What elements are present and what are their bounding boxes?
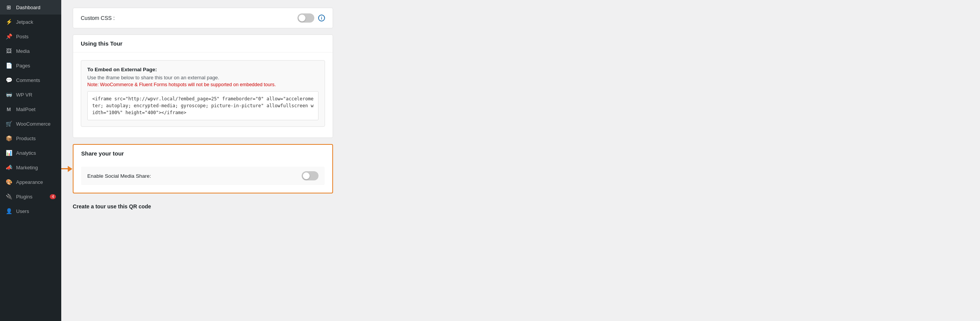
sidebar-item-pages[interactable]: 📄 Pages [0, 58, 61, 73]
sidebar-item-label: MailPoet [16, 106, 36, 112]
sidebar-item-label: Pages [16, 63, 30, 69]
analytics-icon: 📊 [5, 149, 12, 156]
share-tour-body: Enable Social Media Share: [74, 162, 332, 193]
sidebar-item-label: Dashboard [16, 5, 41, 10]
sidebar-item-label: Products [16, 136, 36, 141]
sidebar-item-posts[interactable]: 📌 Posts [0, 29, 61, 44]
dashboard-icon: ⊞ [5, 4, 12, 11]
social-media-label: Enable Social Media Share: [87, 173, 151, 179]
custom-css-info-icon[interactable]: i [318, 15, 325, 21]
appearance-icon: 🎨 [5, 179, 12, 185]
mailpoet-icon: M [5, 106, 12, 113]
share-tour-card: Share your tour Enable Social Media Shar… [73, 144, 333, 193]
embed-code[interactable]: <iframe src="http://wpvr.local/?embed_pa… [87, 91, 318, 120]
sidebar-item-label: Appearance [16, 179, 43, 185]
sidebar-item-analytics[interactable]: 📊 Analytics [0, 146, 61, 160]
sidebar-item-comments[interactable]: 💬 Comments [0, 73, 61, 87]
woocommerce-icon: 🛒 [5, 120, 12, 127]
sidebar-item-marketing[interactable]: 📣 Marketing [0, 160, 61, 175]
sidebar-item-woocommerce[interactable]: 🛒 WooCommerce [0, 116, 61, 131]
using-tour-title: Using this Tour [73, 35, 333, 52]
sidebar-item-plugins[interactable]: 🔌 Plugins 4 [0, 189, 61, 204]
comments-icon: 💬 [5, 77, 12, 84]
embed-warning: Note: WooCommerce & Fluent Forms hotspot… [87, 82, 318, 87]
products-icon: 📦 [5, 135, 12, 142]
sidebar-item-label: WP VR [16, 92, 32, 98]
sidebar-item-label: Analytics [16, 150, 36, 156]
sidebar-item-label: Media [16, 48, 29, 54]
social-media-toggle[interactable] [302, 171, 318, 180]
sidebar-item-appearance[interactable]: 🎨 Appearance [0, 175, 61, 189]
using-tour-body: To Embed on External Page: Use the ifram… [73, 52, 333, 138]
plugins-badge: 4 [50, 194, 56, 199]
sidebar: ⊞ Dashboard ⚡ Jetpack 📌 Posts 🖼 Media 📄 … [0, 0, 61, 321]
custom-css-row: Custom CSS : i [73, 8, 333, 28]
embed-title: To Embed on External Page: [87, 67, 318, 72]
sidebar-item-label: Posts [16, 34, 29, 39]
main-content: Custom CSS : i Using this Tour To Embed … [61, 0, 980, 321]
sidebar-item-media[interactable]: 🖼 Media [0, 44, 61, 58]
embed-box: To Embed on External Page: Use the ifram… [81, 60, 325, 127]
sidebar-item-label: Comments [16, 77, 40, 83]
sidebar-item-label: Marketing [16, 165, 38, 170]
arrow-head [68, 166, 72, 172]
sidebar-item-label: Plugins [16, 194, 33, 200]
custom-css-label: Custom CSS : [81, 15, 115, 21]
qr-code-title: Create a tour use this QR code [73, 200, 333, 211]
custom-css-controls: i [297, 13, 325, 23]
sidebar-item-mailpoet[interactable]: M MailPoet [0, 102, 61, 116]
sidebar-item-jetpack[interactable]: ⚡ Jetpack [0, 15, 61, 29]
highlight-arrow [61, 166, 72, 172]
plugins-icon: 🔌 [5, 193, 12, 200]
wpvr-icon: 🥽 [5, 91, 12, 98]
sidebar-item-wpvr[interactable]: 🥽 WP VR [0, 87, 61, 102]
arrow-line [61, 168, 68, 169]
custom-css-toggle[interactable] [297, 13, 314, 23]
sidebar-item-label: WooCommerce [16, 121, 51, 127]
pages-icon: 📄 [5, 62, 12, 69]
sidebar-item-products[interactable]: 📦 Products [0, 131, 61, 146]
using-tour-card: Using this Tour To Embed on External Pag… [73, 34, 333, 138]
social-media-row: Enable Social Media Share: [81, 167, 325, 185]
media-icon: 🖼 [5, 47, 12, 54]
sidebar-item-label: Jetpack [16, 19, 33, 25]
sidebar-item-dashboard[interactable]: ⊞ Dashboard [0, 0, 61, 15]
posts-icon: 📌 [5, 33, 12, 40]
embed-subtitle: Use the iframe below to share this tour … [87, 75, 318, 80]
sidebar-item-users[interactable]: 👤 Users [0, 204, 61, 218]
share-tour-title: Share your tour [74, 145, 332, 162]
jetpack-icon: ⚡ [5, 18, 12, 25]
sidebar-item-label: Users [16, 208, 29, 214]
users-icon: 👤 [5, 208, 12, 215]
content-area: Custom CSS : i Using this Tour To Embed … [73, 8, 333, 211]
marketing-icon: 📣 [5, 164, 12, 171]
